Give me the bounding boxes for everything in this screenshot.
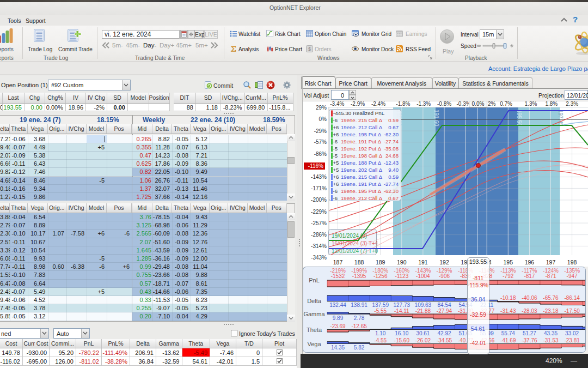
- svg-text:Theta: Theta: [307, 327, 322, 333]
- svg-text:2.3%: 2.3%: [566, 101, 578, 107]
- svg-text:-792: -792: [503, 273, 513, 279]
- svg-text:-12.65: -12.65: [351, 323, 367, 329]
- svg-text:19ene. 202 Call Δ: 19ene. 202 Call Δ: [341, 167, 383, 173]
- svg-text:-1256: -1256: [373, 273, 388, 279]
- svg-text:5.82: 5.82: [354, 345, 365, 351]
- svg-text:-15.60: -15.60: [394, 337, 410, 343]
- svg-text:127.73: 127.73: [394, 302, 411, 308]
- svg-text:-0.8%: -0.8%: [437, 101, 451, 107]
- svg-text:-6: -6: [333, 138, 338, 144]
- svg-text:-2.9%: -2.9%: [351, 101, 365, 107]
- svg-text:190: 190: [397, 259, 407, 266]
- svg-text:-10.18: -10.18: [500, 295, 516, 301]
- svg-text:-27.94: -27.94: [437, 308, 452, 314]
- svg-text:1.3%: 1.3%: [525, 101, 537, 107]
- svg-text:-171%: -171%: [311, 185, 327, 191]
- svg-text:Vega: Vega: [307, 341, 321, 347]
- svg-text:-871: -871: [545, 273, 556, 279]
- svg-text:24.68: 24.68: [385, 153, 399, 159]
- svg-text:197.45: 197.45: [558, 110, 564, 126]
- svg-text:19ene. 191 Put Δ: 19ene. 191 Put Δ: [341, 138, 382, 144]
- svg-text:-28.03: -28.03: [522, 308, 537, 314]
- svg-text:0.0%: 0.0%: [472, 101, 485, 107]
- svg-text:16/01/2024 (3) T+4: 16/01/2024 (3) T+4: [332, 240, 378, 246]
- svg-text:+6: +6: [333, 124, 339, 130]
- svg-text:-343%: -343%: [311, 255, 327, 261]
- svg-text:-947: -947: [567, 273, 578, 279]
- svg-text:-200%: -200%: [311, 197, 327, 203]
- svg-text:+6: +6: [333, 131, 339, 137]
- svg-text:-257%: -257%: [311, 220, 327, 226]
- svg-text:-65.76: -65.76: [543, 295, 559, 301]
- svg-text:-5.55: -5.55: [374, 308, 387, 314]
- svg-text:109.63: 109.63: [415, 302, 432, 308]
- svg-text:-4.55: -4.55: [374, 337, 387, 343]
- svg-text:-27.74: -27.74: [384, 181, 399, 187]
- svg-text:43.35: 43.35: [544, 330, 558, 336]
- svg-text:188: 188: [354, 259, 364, 266]
- svg-text:19ene. 215 Call Δ: 19ene. 215 Call Δ: [341, 174, 383, 180]
- svg-text:-143%: -143%: [311, 174, 327, 180]
- svg-text:-229%: -229%: [311, 209, 327, 215]
- svg-text:+5: +5: [333, 167, 339, 173]
- svg-text:0.67: 0.67: [388, 124, 399, 130]
- svg-text:1.10: 1.10: [375, 330, 386, 336]
- svg-text:1.8%: 1.8%: [545, 101, 558, 107]
- svg-text:PnL: PnL: [309, 277, 320, 283]
- svg-text:-31.53: -31.53: [543, 337, 559, 343]
- svg-text:19ene. 212 Call Δ: 19ene. 212 Call Δ: [341, 124, 383, 130]
- svg-text:-1.3%: -1.3%: [416, 101, 431, 107]
- svg-text:14.35: 14.35: [331, 345, 345, 351]
- svg-text:191: 191: [418, 259, 428, 266]
- svg-text:-116%: -116%: [308, 163, 323, 169]
- svg-text:19ene. 191 Put Δ: 19ene. 191 Put Δ: [341, 181, 382, 187]
- svg-text:9.40: 9.40: [388, 167, 399, 173]
- svg-text:-1532: -1532: [331, 273, 345, 279]
- svg-text:19ene. 212 Call Δ: 19ene. 212 Call Δ: [341, 195, 383, 201]
- svg-text:-6: -6: [333, 117, 338, 123]
- svg-text:+5: +5: [333, 160, 339, 166]
- svg-text:-34.55: -34.55: [437, 337, 452, 343]
- svg-text:-0.3%: -0.3%: [457, 101, 471, 107]
- svg-text:19ene. 215 Call Δ: 19ene. 215 Call Δ: [341, 117, 383, 123]
- svg-text:42.92: 42.92: [437, 330, 451, 336]
- svg-text:51.27: 51.27: [523, 330, 536, 336]
- svg-text:Gamma: Gamma: [303, 311, 325, 317]
- svg-text:+6: +6: [333, 174, 339, 180]
- svg-text:-29%: -29%: [314, 128, 327, 134]
- svg-text:19ene. 192 Put Δ: 19ene. 192 Put Δ: [341, 146, 382, 152]
- svg-text:189: 189: [376, 259, 385, 266]
- svg-text:-62.30: -62.30: [384, 188, 399, 194]
- svg-text:2%: 2%: [488, 101, 496, 107]
- svg-text:196: 196: [525, 259, 535, 266]
- svg-text:0.67: 0.67: [388, 195, 399, 201]
- svg-text:0%: 0%: [319, 116, 327, 122]
- svg-text:16.10: 16.10: [395, 330, 408, 336]
- svg-text:-23.18: -23.18: [543, 308, 559, 314]
- svg-text:138.91: 138.91: [351, 302, 367, 308]
- svg-text:-1.8%: -1.8%: [396, 101, 410, 107]
- svg-text:-5: -5: [333, 146, 338, 152]
- svg-text:-1123: -1123: [395, 273, 408, 279]
- svg-text:-12.43: -12.43: [384, 160, 399, 166]
- svg-text:33.02: 33.02: [565, 330, 579, 336]
- svg-text:-86.14: -86.14: [564, 295, 580, 301]
- svg-text:-1395: -1395: [352, 273, 366, 279]
- svg-text:0.59: 0.59: [388, 117, 399, 123]
- svg-text:-35.08: -35.08: [384, 146, 399, 152]
- svg-text:$: $: [308, 46, 311, 52]
- svg-text:195: 195: [504, 259, 513, 266]
- svg-text:29%: 29%: [316, 105, 327, 111]
- svg-text:19ene. 188 Put Δ: 19ene. 188 Put Δ: [341, 160, 382, 166]
- svg-text:-17.50: -17.50: [564, 308, 580, 314]
- svg-text:-1004: -1004: [416, 273, 430, 279]
- svg-text:-31.43: -31.43: [500, 308, 516, 314]
- svg-text:192: 192: [439, 259, 449, 266]
- svg-text:30.61: 30.61: [416, 330, 430, 336]
- svg-text:137.59: 137.59: [372, 302, 389, 308]
- svg-text:+6: +6: [333, 181, 339, 187]
- svg-text:132.44: 132.44: [329, 302, 346, 308]
- svg-text:-2.4%: -2.4%: [371, 101, 385, 107]
- svg-text:-314%: -314%: [311, 243, 327, 249]
- svg-text:0.7%: 0.7%: [500, 101, 512, 107]
